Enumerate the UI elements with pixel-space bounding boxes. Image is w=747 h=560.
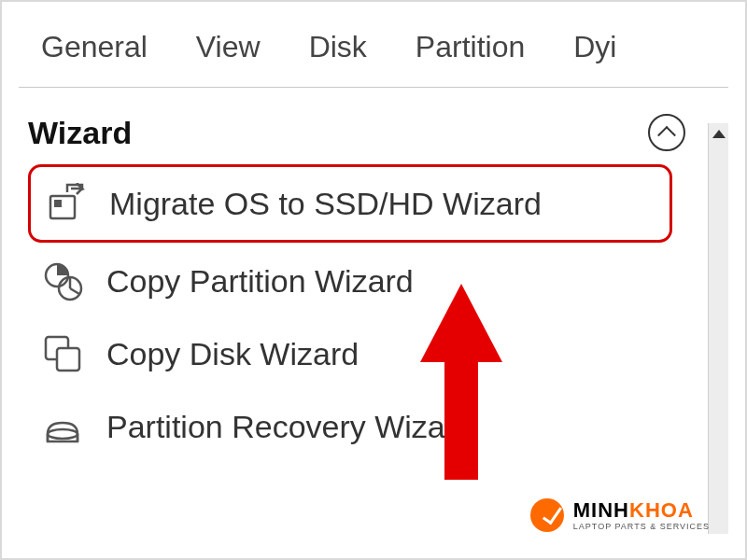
svg-point-6 <box>48 429 78 439</box>
migrate-os-icon <box>44 182 87 225</box>
menubar: General View Disk Partition Dyi <box>2 2 745 87</box>
copy-disk-icon <box>41 332 84 375</box>
triangle-up-icon <box>712 130 726 138</box>
minhkhoa-logo: MINHKHOA LAPTOP PARTS & SERVICES <box>530 498 710 532</box>
svg-rect-1 <box>54 200 62 207</box>
svg-rect-5 <box>57 348 79 371</box>
wizard-panel-header[interactable]: Wizard <box>28 114 685 161</box>
wizard-item-migrate-os[interactable]: Migrate OS to SSD/HD Wizard <box>28 164 672 243</box>
menu-general[interactable]: General <box>41 30 148 64</box>
partition-recovery-icon <box>41 405 84 448</box>
svg-rect-0 <box>50 196 75 218</box>
menu-dynamic-truncated[interactable]: Dyi <box>573 30 616 64</box>
wizard-item-label: Copy Disk Wizard <box>106 336 359 372</box>
copy-partition-icon <box>41 259 84 302</box>
logo-mark-icon <box>530 498 564 532</box>
menu-partition[interactable]: Partition <box>416 30 525 64</box>
wizard-item-copy-partition[interactable]: Copy Partition Wizard <box>28 246 672 315</box>
wizard-panel-title: Wizard <box>28 115 132 151</box>
chevron-up-icon <box>657 126 676 145</box>
svg-marker-9 <box>420 284 502 480</box>
menu-view[interactable]: View <box>196 30 261 64</box>
scroll-up-button[interactable] <box>709 123 729 144</box>
logo-tagline: LAPTOP PARTS & SERVICES <box>573 523 710 531</box>
menu-disk[interactable]: Disk <box>309 30 367 64</box>
wizard-item-copy-disk[interactable]: Copy Disk Wizard <box>28 319 672 388</box>
annotation-arrow <box>416 284 506 493</box>
logo-name: MINHKHOA <box>573 500 710 521</box>
wizard-item-partition-recovery[interactable]: Partition Recovery Wizard <box>28 392 672 461</box>
wizard-panel: Wizard Migrate OS to SSD/HD Wizard <box>2 88 745 461</box>
vertical-scrollbar[interactable] <box>708 123 728 534</box>
collapse-toggle-icon[interactable] <box>648 114 685 151</box>
wizard-item-label: Migrate OS to SSD/HD Wizard <box>109 186 542 222</box>
wizard-item-label: Copy Partition Wizard <box>106 263 414 300</box>
